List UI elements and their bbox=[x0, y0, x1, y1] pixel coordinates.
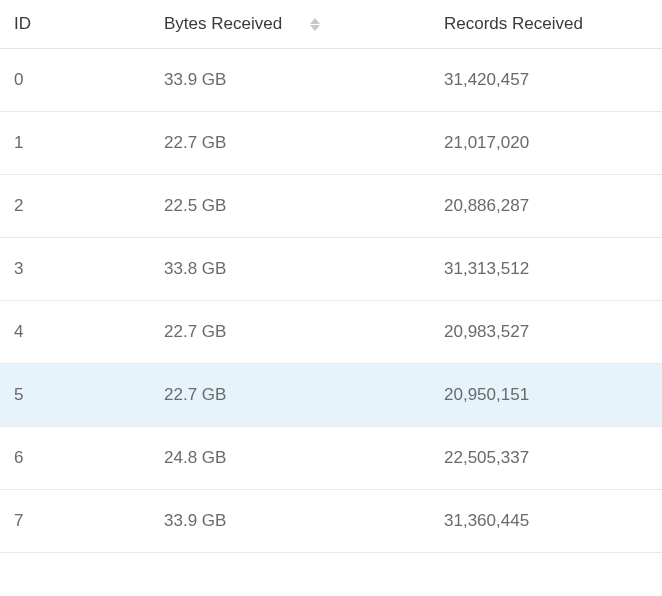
column-header-id-label: ID bbox=[14, 14, 31, 33]
column-header-records-label: Records Received bbox=[444, 14, 583, 33]
table-row[interactable]: 422.7 GB20,983,527 bbox=[0, 301, 662, 364]
column-header-records[interactable]: Records Received bbox=[430, 0, 662, 49]
table-row[interactable]: 733.9 GB31,360,445 bbox=[0, 490, 662, 553]
table-row[interactable]: 624.8 GB22,505,337 bbox=[0, 427, 662, 490]
cell-bytes: 24.8 GB bbox=[150, 427, 430, 490]
cell-records: 22,505,337 bbox=[430, 427, 662, 490]
cell-id: 4 bbox=[0, 301, 150, 364]
table-row[interactable]: 122.7 GB21,017,020 bbox=[0, 112, 662, 175]
table-body: 033.9 GB31,420,457122.7 GB21,017,020222.… bbox=[0, 49, 662, 553]
cell-bytes: 33.9 GB bbox=[150, 49, 430, 112]
table-row[interactable]: 333.8 GB31,313,512 bbox=[0, 238, 662, 301]
cell-bytes: 33.9 GB bbox=[150, 490, 430, 553]
cell-records: 31,313,512 bbox=[430, 238, 662, 301]
table-row[interactable]: 222.5 GB20,886,287 bbox=[0, 175, 662, 238]
table-row[interactable]: 522.7 GB20,950,151 bbox=[0, 364, 662, 427]
cell-records: 20,983,527 bbox=[430, 301, 662, 364]
cell-id: 0 bbox=[0, 49, 150, 112]
cell-id: 6 bbox=[0, 427, 150, 490]
cell-records: 20,950,151 bbox=[430, 364, 662, 427]
cell-bytes: 22.7 GB bbox=[150, 364, 430, 427]
cell-bytes: 22.7 GB bbox=[150, 112, 430, 175]
column-header-id[interactable]: ID bbox=[0, 0, 150, 49]
column-header-bytes-label: Bytes Received bbox=[164, 14, 282, 34]
cell-records: 31,420,457 bbox=[430, 49, 662, 112]
cell-records: 21,017,020 bbox=[430, 112, 662, 175]
cell-id: 1 bbox=[0, 112, 150, 175]
table-header-row: ID Bytes Received Records Received bbox=[0, 0, 662, 49]
data-table: ID Bytes Received Records Received 033.9… bbox=[0, 0, 662, 553]
cell-bytes: 33.8 GB bbox=[150, 238, 430, 301]
cell-records: 20,886,287 bbox=[430, 175, 662, 238]
cell-bytes: 22.7 GB bbox=[150, 301, 430, 364]
cell-bytes: 22.5 GB bbox=[150, 175, 430, 238]
cell-id: 2 bbox=[0, 175, 150, 238]
cell-id: 7 bbox=[0, 490, 150, 553]
table-row[interactable]: 033.9 GB31,420,457 bbox=[0, 49, 662, 112]
cell-id: 5 bbox=[0, 364, 150, 427]
cell-id: 3 bbox=[0, 238, 150, 301]
sort-icon[interactable] bbox=[310, 18, 320, 31]
column-header-bytes[interactable]: Bytes Received bbox=[150, 0, 430, 49]
cell-records: 31,360,445 bbox=[430, 490, 662, 553]
